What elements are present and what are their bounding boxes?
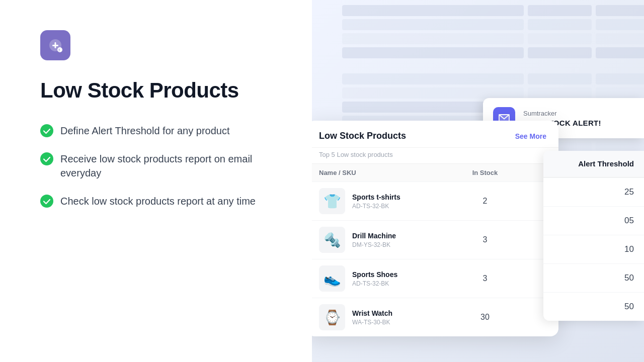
see-more-link[interactable]: See More — [515, 132, 546, 140]
product-cell: 👟 Sports Shoes AD-TS-32-BK — [319, 265, 460, 292]
product-cell: ⌚ Wrist Watch WA-TS-30-BK — [319, 304, 460, 330]
card-title: Low Stock Products — [319, 131, 406, 141]
low-stock-card: Low Stock Products See More Top 5 Low st… — [312, 121, 558, 336]
feature-item-1: Define Alert Threshold for any product — [40, 124, 282, 138]
column-name-sku: Name / SKU — [319, 169, 460, 176]
in-stock-value: 30 — [460, 313, 510, 322]
product-info: Wrist Watch WA-TS-30-BK — [352, 309, 392, 326]
features-list: Define Alert Threshold for any product R… — [40, 124, 282, 208]
feature-text-2: Receive low stock products report on ema… — [60, 152, 282, 180]
product-thumbnail: 👕 — [319, 188, 345, 214]
check-icon-3 — [40, 195, 53, 208]
feature-item-3: Check low stock products report at any t… — [40, 194, 282, 208]
in-stock-value: 3 — [460, 235, 510, 244]
in-stock-value: 3 — [460, 274, 510, 283]
table-row: ⌚ Wrist Watch WA-TS-30-BK 30 — [312, 298, 558, 336]
card-header: Low Stock Products See More — [312, 121, 558, 148]
notification-app-name: Sumtracker — [523, 110, 601, 117]
product-name: Sports Shoes — [352, 270, 397, 279]
product-info: Sports t-shirts AD-TS-32-BK — [352, 193, 400, 210]
feature-text-3: Check low stock products report at any t… — [60, 194, 256, 208]
threshold-value-2: 05 — [543, 206, 644, 235]
product-cell: 🔩 Drill Machine DM-YS-32-BK — [319, 227, 460, 253]
left-panel: ! Low Stock Products Define Alert Thresh… — [0, 0, 312, 362]
product-info: Drill Machine DM-YS-32-BK — [352, 232, 396, 248]
logo-icon: ! — [47, 37, 64, 54]
page-title: Low Stock Products — [40, 78, 282, 103]
alert-threshold-panel: Alert Threshold 25 05 10 50 50 — [543, 151, 644, 321]
threshold-value-3: 10 — [543, 235, 644, 263]
table-row: 👟 Sports Shoes AD-TS-32-BK 3 — [312, 259, 558, 298]
table-row: 👕 Sports t-shirts AD-TS-32-BK 2 — [312, 182, 558, 220]
threshold-panel-header: Alert Threshold — [543, 151, 644, 177]
product-thumbnail: ⌚ — [319, 304, 345, 330]
check-icon-1 — [40, 124, 53, 137]
product-info: Sports Shoes AD-TS-32-BK — [352, 270, 397, 287]
card-subtitle: Top 5 Low stock products — [312, 148, 558, 164]
product-sku: AD-TS-32-BK — [352, 280, 397, 287]
threshold-value-1: 25 — [543, 177, 644, 206]
app-logo: ! — [40, 30, 70, 60]
svg-point-0 — [57, 47, 62, 52]
product-sku: DM-YS-32-BK — [352, 241, 396, 248]
right-panel: Sumtracker LOW STOCK ALERT! Low Stock Pr… — [312, 0, 644, 362]
product-thumbnail: 🔩 — [319, 227, 345, 253]
table-header: Name / SKU In Stock — [312, 164, 558, 182]
threshold-value-4: 50 — [543, 263, 644, 292]
in-stock-value: 2 — [460, 197, 510, 206]
threshold-value-5: 50 — [543, 292, 644, 321]
svg-point-2 — [40, 124, 53, 137]
column-in-stock: In Stock — [460, 169, 510, 176]
product-thumbnail: 👟 — [319, 265, 345, 292]
table-row: 🔩 Drill Machine DM-YS-32-BK 3 — [312, 220, 558, 259]
product-name: Sports t-shirts — [352, 193, 400, 201]
svg-point-4 — [40, 195, 53, 208]
product-cell: 👕 Sports t-shirts AD-TS-32-BK — [319, 188, 460, 214]
product-sku: AD-TS-32-BK — [352, 203, 400, 210]
product-sku: WA-TS-30-BK — [352, 319, 392, 326]
svg-text:!: ! — [59, 48, 60, 52]
svg-point-3 — [40, 152, 53, 165]
feature-item-2: Receive low stock products report on ema… — [40, 152, 282, 180]
check-icon-2 — [40, 152, 53, 165]
feature-text-1: Define Alert Threshold for any product — [60, 124, 229, 138]
product-name: Wrist Watch — [352, 309, 392, 317]
product-name: Drill Machine — [352, 232, 396, 240]
